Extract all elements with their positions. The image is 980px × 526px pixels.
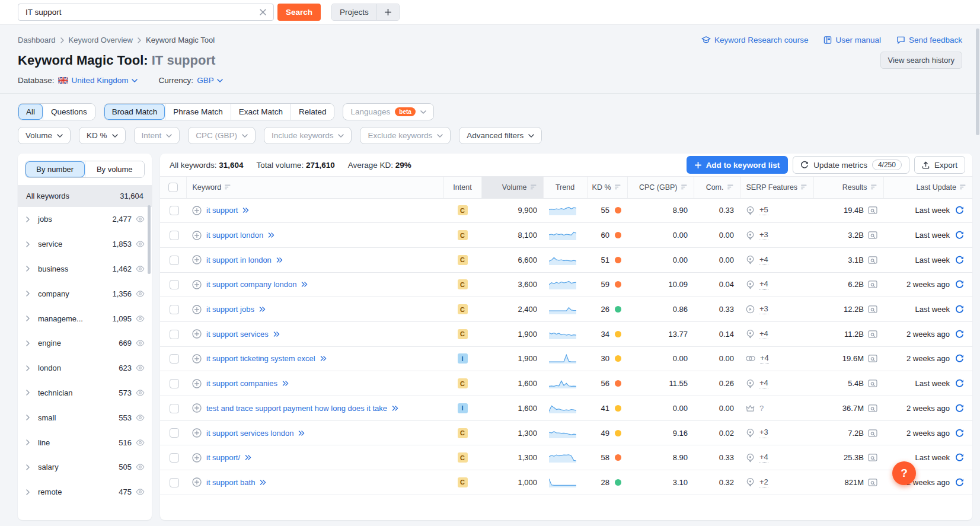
refresh-icon[interactable] (955, 256, 964, 264)
serp-view-icon[interactable] (868, 355, 877, 362)
chevron-right-icon[interactable] (26, 241, 36, 247)
serp-view-icon[interactable] (868, 280, 877, 288)
filter-volume[interactable]: Volume (18, 127, 71, 144)
filter-advanced-filters[interactable]: Advanced filters (459, 127, 542, 144)
serp-features-more[interactable]: ? (759, 404, 764, 413)
column-header-cpc[interactable]: CPC (GBP) (627, 177, 694, 198)
eye-icon[interactable] (136, 365, 145, 371)
currency-selector[interactable]: Currency: GBP (159, 76, 223, 85)
eye-icon[interactable] (136, 266, 145, 272)
eye-icon[interactable] (136, 439, 145, 446)
double-chevron-icon[interactable] (392, 406, 398, 411)
row-checkbox[interactable] (170, 453, 179, 463)
sidebar-group-company[interactable]: company1,356 (18, 281, 152, 306)
keyword-link[interactable]: it support company london (206, 280, 296, 289)
row-checkbox[interactable] (170, 379, 179, 388)
row-checkbox[interactable] (170, 280, 179, 289)
sort-icon[interactable] (225, 184, 231, 190)
toggle-by-number[interactable]: By number (25, 161, 85, 177)
sidebar-group-line[interactable]: line516 (18, 430, 152, 455)
sidebar-group-remote[interactable]: remote475 (18, 480, 152, 505)
refresh-icon[interactable] (955, 453, 964, 462)
sidebar-group-jobs[interactable]: jobs2,477 (18, 207, 152, 232)
column-header-com[interactable]: Com. (694, 177, 740, 198)
tab-exact-match[interactable]: Exact Match (231, 104, 291, 120)
refresh-icon[interactable] (955, 354, 964, 363)
chevron-right-icon[interactable] (26, 415, 36, 420)
header-link-user-manual[interactable]: User manual (823, 36, 881, 44)
search-button[interactable]: Search (277, 4, 321, 21)
row-checkbox[interactable] (170, 404, 179, 413)
column-header-volume[interactable]: Volume (481, 177, 543, 198)
column-header-kd[interactable]: KD % (587, 177, 627, 198)
double-chevron-icon[interactable] (276, 257, 283, 263)
keyword-link[interactable]: it support ticketing system excel (206, 354, 315, 363)
keyword-link[interactable]: it support (206, 206, 238, 215)
serp-features-more[interactable]: +4 (759, 279, 768, 289)
breadcrumb-item[interactable]: Dashboard (18, 36, 56, 44)
page-scrollbar[interactable] (976, 28, 979, 135)
languages-filter[interactable]: Languagesbeta (343, 103, 433, 120)
sidebar-scrollbar[interactable] (148, 205, 151, 274)
add-project-button[interactable] (377, 4, 399, 20)
refresh-icon[interactable] (955, 231, 964, 240)
serp-view-icon[interactable] (868, 206, 877, 214)
sidebar-group-engine[interactable]: engine669 (18, 331, 152, 356)
plus-circle-icon[interactable] (192, 305, 202, 314)
header-link-keyword-research-course[interactable]: Keyword Research course (701, 36, 808, 44)
filter-cpc-gbp-[interactable]: CPC (GBP) (188, 127, 256, 144)
column-header-keyword[interactable]: Keyword (186, 177, 443, 198)
double-chevron-icon[interactable] (273, 331, 280, 337)
add-to-keyword-list-button[interactable]: Add to keyword list (687, 156, 789, 174)
database-selector[interactable]: Database: United Kingdom (18, 76, 138, 85)
serp-view-icon[interactable] (868, 380, 877, 387)
eye-icon[interactable] (136, 291, 145, 297)
serp-features-more[interactable]: +2 (759, 477, 768, 487)
tab-questions[interactable]: Questions (43, 104, 95, 120)
serp-features-more[interactable]: +4 (759, 329, 768, 339)
sort-icon[interactable] (531, 184, 537, 190)
serp-view-icon[interactable] (868, 454, 877, 461)
sort-icon[interactable] (727, 184, 734, 190)
chevron-right-icon[interactable] (26, 266, 36, 272)
eye-icon[interactable] (136, 390, 145, 396)
row-checkbox[interactable] (170, 231, 179, 240)
sort-icon[interactable] (801, 184, 807, 190)
row-checkbox[interactable] (170, 256, 179, 265)
plus-circle-icon[interactable] (192, 453, 202, 463)
refresh-icon[interactable] (955, 379, 964, 388)
plus-circle-icon[interactable] (192, 428, 202, 438)
plus-circle-icon[interactable] (192, 379, 202, 388)
header-link-send-feedback[interactable]: Send feedback (896, 36, 962, 44)
sidebar-group-business[interactable]: business1,462 (18, 257, 152, 282)
chevron-right-icon[interactable] (26, 390, 36, 396)
keyword-link[interactable]: it support companies (206, 379, 277, 388)
keyword-link[interactable]: test and trace support payment how long … (206, 404, 387, 413)
toggle-by-volume[interactable]: By volume (85, 161, 145, 177)
sidebar-group-london[interactable]: london623 (18, 356, 152, 381)
sort-icon[interactable] (960, 184, 966, 190)
sort-icon[interactable] (871, 184, 877, 190)
double-chevron-icon[interactable] (282, 381, 289, 386)
serp-view-icon[interactable] (868, 404, 877, 412)
double-chevron-icon[interactable] (268, 232, 274, 238)
sidebar-group-manageme-[interactable]: manageme...1,095 (18, 306, 152, 331)
serp-features-more[interactable]: +5 (759, 205, 768, 215)
export-button[interactable]: Export (914, 156, 965, 174)
column-header-serp[interactable]: SERP Features (740, 177, 813, 198)
plus-circle-icon[interactable] (192, 329, 202, 339)
serp-view-icon[interactable] (868, 429, 877, 437)
eye-icon[interactable] (136, 241, 145, 247)
keyword-link[interactable]: it support/ (206, 453, 240, 462)
sidebar-group-small[interactable]: small553 (18, 405, 152, 430)
keyword-link[interactable]: it support services london (206, 429, 293, 438)
eye-icon[interactable] (136, 464, 145, 470)
tab-related[interactable]: Related (291, 104, 334, 120)
plus-circle-icon[interactable] (192, 477, 202, 487)
serp-view-icon[interactable] (868, 256, 877, 264)
refresh-icon[interactable] (955, 478, 964, 487)
chevron-right-icon[interactable] (26, 340, 36, 346)
serp-view-icon[interactable] (868, 479, 877, 486)
sidebar-all-keywords[interactable]: All keywords 31,604 (18, 185, 152, 207)
double-chevron-icon[interactable] (320, 356, 327, 361)
